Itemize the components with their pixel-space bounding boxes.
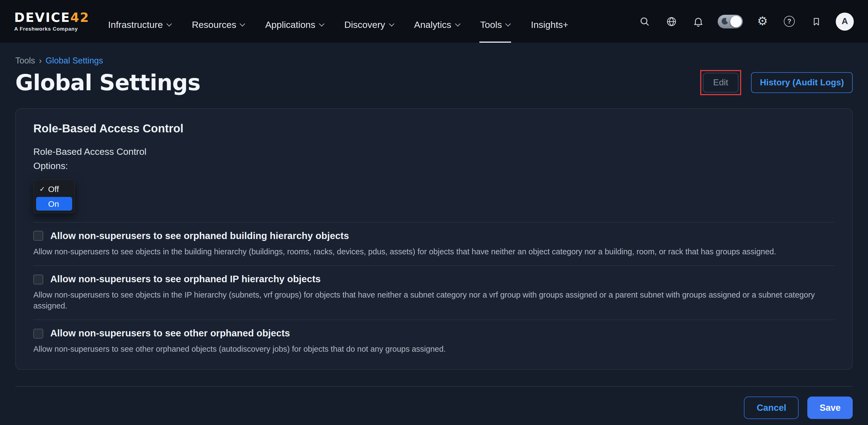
nav-item-label: Applications [265,20,315,30]
setting-row-ip-hierarchy: Allow non-superusers to see orphaned IP … [33,266,835,319]
rbac-options-label: Role-Based Access Control Options: [33,145,170,174]
footer-divider [15,386,853,387]
save-button[interactable]: Save [808,397,853,419]
edit-button[interactable]: Edit [703,73,739,92]
dropdown-option-off[interactable]: ✓ Off [36,182,72,196]
theme-toggle[interactable] [718,15,743,28]
setting-click-target[interactable]: Allow non-superusers to see other orphan… [33,328,835,339]
bell-icon[interactable] [691,14,705,28]
chevron-down-icon [166,21,172,27]
setting-label: Allow non-superusers to see orphaned bui… [50,230,349,242]
app-window: DEVICE42 A Freshworks Company Infrastruc… [0,0,868,425]
brand-accent-text: 42 [70,10,90,24]
chevron-down-icon [455,21,460,27]
history-audit-logs-button[interactable]: History (Audit Logs) [751,72,853,93]
nav-item-resources[interactable]: Resources [191,13,246,42]
chevron-down-icon [319,21,324,27]
help-glyph: ? [784,16,795,27]
title-row: Global Settings Edit History (Audit Logs… [15,70,853,95]
check-icon: ✓ [39,185,48,193]
nav-item-label: Tools [480,20,502,30]
nav-item-discovery[interactable]: Discovery [343,13,394,42]
chevron-down-icon [240,21,245,27]
nav-item-infrastructure[interactable]: Infrastructure [107,13,172,42]
moon-icon [721,17,728,27]
brand-subtitle: A Freshworks Company [14,25,90,31]
nav-item-label: Discovery [344,20,385,30]
nav-item-label: Insights+ [531,20,568,30]
search-icon[interactable] [637,14,652,28]
option-label: On [48,199,59,208]
breadcrumb-current[interactable]: Global Settings [45,56,103,66]
setting-click-target[interactable]: Allow non-superusers to see orphaned bui… [33,230,835,242]
toggle-knob [730,16,742,27]
cancel-button[interactable]: Cancel [744,397,799,419]
header-actions: Edit History (Audit Logs) [700,70,853,95]
setting-description: Allow non-superusers to see objects in t… [33,247,835,264]
chevron-down-icon [506,21,511,27]
brand-logo[interactable]: DEVICE42 A Freshworks Company [14,11,90,31]
setting-description: Allow non-superusers to see other orphan… [33,344,835,356]
brand-text: DEVICE42 [14,11,90,24]
setting-label: Allow non-superusers to see other orphan… [50,328,290,339]
help-icon[interactable]: ? [782,14,796,28]
avatar[interactable]: A [836,12,854,30]
main-menu: Infrastructure Resources Applications Di… [107,0,569,42]
setting-checkbox[interactable] [33,231,43,241]
breadcrumb-tools[interactable]: Tools [15,56,35,66]
footer-actions: Cancel Save [15,397,853,419]
setting-row-building-hierarchy: Allow non-superusers to see orphaned bui… [33,222,835,264]
rbac-options-dropdown: ✓ Off On [33,179,75,213]
globe-icon[interactable] [664,14,678,28]
nav-item-analytics[interactable]: Analytics [413,13,461,42]
dropdown-option-on[interactable]: On [36,197,72,210]
rbac-panel: Role-Based Access Control Role-Based Acc… [15,108,853,370]
gear-glyph: ⚙ [757,15,768,27]
nav-item-label: Analytics [414,20,451,30]
nav-item-insights[interactable]: Insights+ [530,13,569,42]
breadcrumb-separator: › [39,56,41,66]
setting-checkbox[interactable] [33,275,43,284]
bookmark-icon[interactable] [809,14,823,28]
gear-icon[interactable]: ⚙ [755,14,770,28]
setting-click-target[interactable]: Allow non-superusers to see orphaned IP … [33,274,835,285]
main-content: Tools › Global Settings Global Settings … [0,56,868,419]
option-label: Off [48,184,59,193]
edit-highlight-box: Edit [700,70,741,95]
nav-item-tools[interactable]: Tools [479,13,511,42]
setting-checkbox[interactable] [33,329,43,339]
nav-item-label: Infrastructure [108,20,163,30]
setting-label: Allow non-superusers to see orphaned IP … [50,274,320,285]
chevron-down-icon [389,21,394,27]
setting-description: Allow non-superusers to see objects in t… [33,290,835,319]
nav-utilities: ⚙ ? A [637,12,854,30]
page-title: Global Settings [15,70,200,95]
setting-row-other-orphaned: Allow non-superusers to see other orphan… [33,320,835,356]
nav-item-label: Resources [192,20,237,30]
nav-item-applications[interactable]: Applications [264,13,324,42]
top-nav: DEVICE42 A Freshworks Company Infrastruc… [0,0,868,42]
breadcrumb: Tools › Global Settings [15,56,853,66]
panel-heading: Role-Based Access Control [33,122,835,135]
